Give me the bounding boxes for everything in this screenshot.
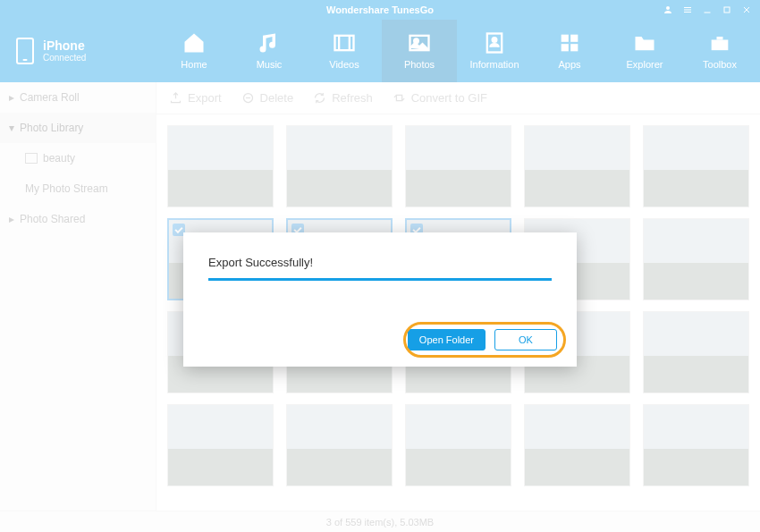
- dialog-message: Export Successfully!: [208, 256, 552, 269]
- export-success-dialog: Export Successfully! Open Folder OK: [183, 232, 577, 367]
- button-label: Open Folder: [419, 334, 474, 345]
- button-label: OK: [519, 334, 533, 345]
- open-folder-button[interactable]: Open Folder: [408, 329, 486, 350]
- dialog-buttons: Open Folder OK: [408, 329, 557, 350]
- ok-button[interactable]: OK: [494, 329, 557, 350]
- progress-bar: [208, 278, 552, 281]
